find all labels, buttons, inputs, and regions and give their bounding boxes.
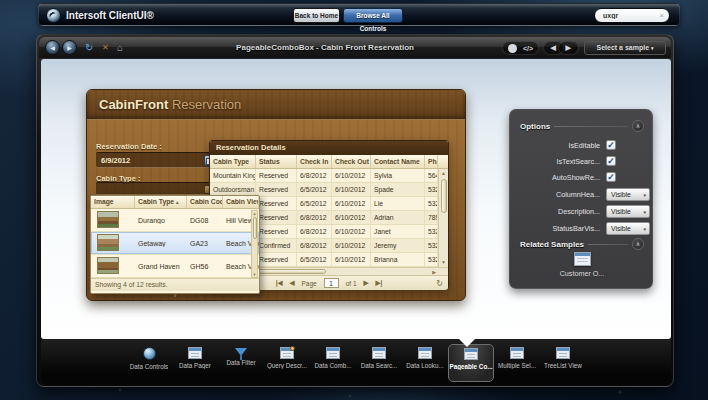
select-a-sample-dropdown[interactable]: Select a sample ▾ <box>584 41 666 55</box>
dock-item-data-controls[interactable]: Data Controls <box>126 344 172 382</box>
description-visibility-dropdown[interactable]: Visible▾ <box>606 205 650 218</box>
popup-column-headers: Image Cabin Type ▴ Cabin Code Cabin View <box>91 196 259 209</box>
option-label: Description... <box>510 207 606 216</box>
dock-item-treelist-view[interactable]: TreeList View <box>540 344 586 382</box>
cabin-type-combobox[interactable]: ▾ <box>96 182 218 195</box>
option-label: ColumnHea... <box>510 190 606 199</box>
columnheader-visibility-dropdown[interactable]: Visible▾ <box>606 188 650 201</box>
pager-first-button[interactable]: |◀ <box>276 279 283 287</box>
pager-prev-button[interactable]: ◀ <box>289 279 294 287</box>
related-sample-link[interactable]: Customer O... <box>510 269 654 278</box>
sort-ascending-icon: ▴ <box>176 199 179 205</box>
option-label: AutoShowRe... <box>510 173 606 182</box>
pager-refresh-icon[interactable]: ↻ <box>436 279 443 288</box>
dock-item-data-lookup[interactable]: Data Looku... <box>402 344 448 382</box>
cell-checkin: 6/8/2012 <box>297 225 332 238</box>
multiple-selection-icon <box>510 347 524 359</box>
col-status[interactable]: Status <box>256 155 297 168</box>
browse-all-controls-button[interactable]: Browse All Controls <box>343 8 403 23</box>
dock-item-data-pager[interactable]: Data Pager <box>172 344 218 382</box>
iseditable-checkbox[interactable]: ✓ <box>606 140 616 150</box>
statusbar-visibility-dropdown[interactable]: Visible▾ <box>606 222 650 235</box>
reservation-date-field[interactable]: 6/9/2012 <box>96 152 218 168</box>
cell-phone: 532 <box>425 253 438 266</box>
table-row[interactable]: Mountain KingReserved6/8/20126/10/2012Sy… <box>210 169 448 183</box>
window-title-bar: ◀ ▶ ↻ ✕ ⌂ PageableComboBox - Cabin Front… <box>39 37 671 58</box>
nav-forward-button[interactable]: ▶ <box>62 40 77 55</box>
dock-item-pageable-combobox[interactable]: Pageable Co... <box>448 344 494 382</box>
dock-item-data-filter[interactable]: Data Filter <box>218 344 264 382</box>
popup-resize-grip-icon[interactable]: ∨ <box>91 291 259 299</box>
next-sample-button[interactable]: ▶ <box>558 41 579 55</box>
pager-next-button[interactable]: ▶ <box>364 279 369 287</box>
popup-vertical-scrollbar[interactable]: ▲ ▼ <box>251 210 258 278</box>
view-code-button[interactable]: </> <box>523 45 533 52</box>
cell-checkout: 6/10/2012 <box>332 239 371 252</box>
pager-page-input[interactable] <box>324 278 339 288</box>
popup-col-cabin-code[interactable]: Cabin Code <box>187 196 223 208</box>
col-cabin-type[interactable]: Cabin Type <box>210 155 256 168</box>
vertical-scrollbar[interactable]: ▲ ▼ <box>438 169 448 267</box>
option-statusbarvisibility: StatusBarVis... Visible▾ <box>510 221 654 235</box>
dock-item-query-descriptor[interactable]: Query Descr... <box>264 344 310 382</box>
cell-phone: 789 <box>425 211 438 224</box>
autoshowresult-checkbox[interactable]: ✓ <box>606 172 616 182</box>
nav-back-button[interactable]: ◀ <box>45 40 60 55</box>
panel-title-secondary: Reservation <box>168 97 241 112</box>
back-to-home-button[interactable]: Back to Home <box>293 8 340 23</box>
popup-col-image[interactable]: Image <box>91 196 135 208</box>
related-sample-thumbnail[interactable] <box>574 252 591 266</box>
col-contact-name[interactable]: Contact Name <box>371 155 425 168</box>
dock-item-multiple-selection[interactable]: Multiple Sel... <box>494 344 540 382</box>
col-check-in[interactable]: Check In <box>297 155 332 168</box>
popup-scroll-down-icon[interactable]: ▼ <box>252 272 257 277</box>
istextsearch-checkbox[interactable]: ✓ <box>606 156 616 166</box>
home-button[interactable]: ⌂ <box>117 41 123 54</box>
details-header: Reservation Details <box>210 141 448 155</box>
scroll-up-icon[interactable]: ▲ <box>439 169 448 178</box>
col-check-out[interactable]: Check Out <box>332 155 371 168</box>
options-title: Options <box>520 122 550 131</box>
info-button[interactable]: i <box>508 44 517 53</box>
popup-scroll-thumb[interactable] <box>253 217 257 239</box>
query-descriptor-icon <box>280 347 294 359</box>
cabin-photo <box>97 234 119 251</box>
search-input[interactable] <box>603 10 659 21</box>
search-box[interactable]: × <box>594 8 670 23</box>
collapse-related-button[interactable]: ∧ <box>632 238 644 250</box>
popup-col-cabin-type[interactable]: Cabin Type ▴ <box>135 196 187 208</box>
related-samples-header: Related Samples ∧ <box>520 238 644 250</box>
col-phone[interactable]: Pho <box>425 155 438 168</box>
dock-item-label: Multiple Sel... <box>498 362 536 369</box>
dock-item-label: Data Filter <box>226 359 255 366</box>
dock-item-data-search[interactable]: Data Searc... <box>356 344 402 382</box>
cell-status: Reserved <box>256 211 297 224</box>
scroll-down-icon[interactable]: ▼ <box>439 258 448 267</box>
list-item[interactable]: Grand Haven GH56 Beach View <box>91 255 259 278</box>
popup-col-cabin-view[interactable]: Cabin View <box>223 196 259 208</box>
option-label: StatusBarVis... <box>510 224 606 233</box>
clear-search-icon[interactable]: × <box>659 11 664 20</box>
dock-item-label: Data Searc... <box>361 362 398 369</box>
vertical-scroll-thumb[interactable] <box>441 179 447 213</box>
pager-page-label: Page <box>301 280 316 287</box>
cell-status: Confirmed <box>256 239 297 252</box>
collapse-options-button[interactable]: ∧ <box>632 120 644 132</box>
cell-cabin: Mountain King <box>210 169 256 182</box>
pager-last-button[interactable]: ▶| <box>376 279 383 287</box>
refresh-button[interactable]: ↻ <box>85 41 93 54</box>
list-item-selected[interactable]: Getaway GA23 Beach View <box>91 232 259 255</box>
dropdown-value: Visible <box>611 208 631 215</box>
divider <box>588 244 628 245</box>
dock-item-data-combobox[interactable]: Data Comb... <box>310 344 356 382</box>
data-lookup-icon <box>418 347 432 359</box>
cell-phone: 532 <box>425 239 438 252</box>
close-sample-button[interactable]: ✕ <box>102 41 109 54</box>
cell-checkin: 6/8/2012 <box>297 169 332 182</box>
cabin-type-dropdown-popup: Image Cabin Type ▴ Cabin Code Cabin View… <box>90 195 260 294</box>
sample-explorer-window: ◀ ▶ ↻ ✕ ⌂ PageableComboBox - Cabin Front… <box>36 34 674 387</box>
list-item[interactable]: Durango DG08 Hill View <box>91 209 259 232</box>
chevron-down-icon: ▾ <box>643 189 646 201</box>
popup-cell-type: Durango <box>135 217 187 224</box>
popup-scroll-up-icon[interactable]: ▲ <box>252 211 257 216</box>
